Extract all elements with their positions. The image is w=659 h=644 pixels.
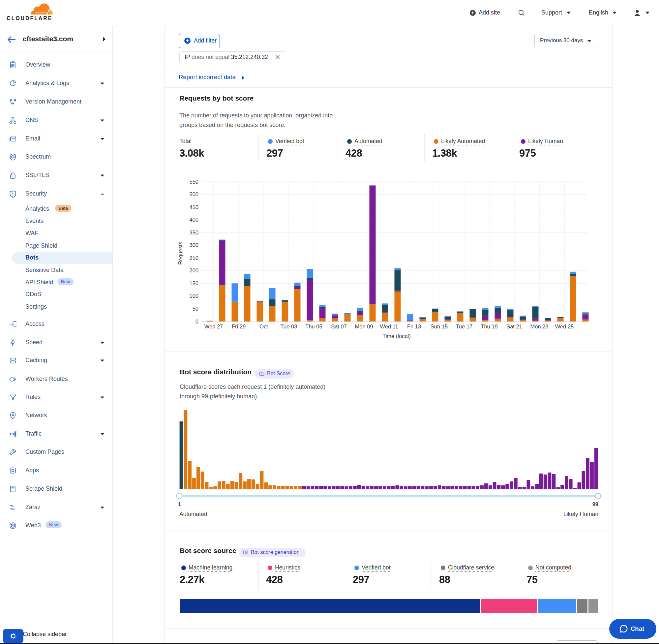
svg-text:200: 200 bbox=[189, 268, 198, 273]
svg-text:300: 300 bbox=[189, 242, 198, 248]
svg-text:Tue 03: Tue 03 bbox=[281, 323, 297, 329]
svg-text:Fri 29: Fri 29 bbox=[232, 323, 245, 329]
svg-text:Mon 09: Mon 09 bbox=[355, 323, 373, 329]
svg-text:400: 400 bbox=[189, 217, 198, 223]
svg-text:50: 50 bbox=[192, 306, 198, 312]
svg-text:Requests: Requests bbox=[178, 242, 183, 265]
svg-text:Mon 23: Mon 23 bbox=[530, 323, 548, 329]
svg-text:150: 150 bbox=[189, 280, 198, 286]
svg-text:Oct: Oct bbox=[259, 323, 268, 329]
svg-text:Thu 05: Thu 05 bbox=[305, 323, 322, 329]
svg-text:Wed 25: Wed 25 bbox=[555, 323, 574, 329]
svg-text:Sat 21: Sat 21 bbox=[507, 323, 522, 329]
svg-text:Wed 27: Wed 27 bbox=[204, 323, 223, 329]
svg-text:100: 100 bbox=[189, 293, 198, 299]
svg-text:350: 350 bbox=[189, 230, 198, 235]
svg-text:500: 500 bbox=[189, 191, 198, 197]
svg-text:Time (local): Time (local) bbox=[382, 333, 411, 339]
svg-text:0: 0 bbox=[195, 319, 198, 324]
svg-text:Tue 17: Tue 17 bbox=[456, 323, 473, 329]
svg-text:550: 550 bbox=[189, 179, 198, 185]
svg-text:Thu 19: Thu 19 bbox=[481, 323, 497, 329]
svg-text:Wed 11: Wed 11 bbox=[380, 323, 398, 329]
svg-text:Sat 07: Sat 07 bbox=[331, 323, 347, 329]
svg-text:Fri 13: Fri 13 bbox=[407, 323, 421, 329]
svg-text:450: 450 bbox=[189, 204, 198, 210]
svg-text:250: 250 bbox=[189, 255, 198, 261]
svg-text:Sun 15: Sun 15 bbox=[430, 323, 448, 329]
